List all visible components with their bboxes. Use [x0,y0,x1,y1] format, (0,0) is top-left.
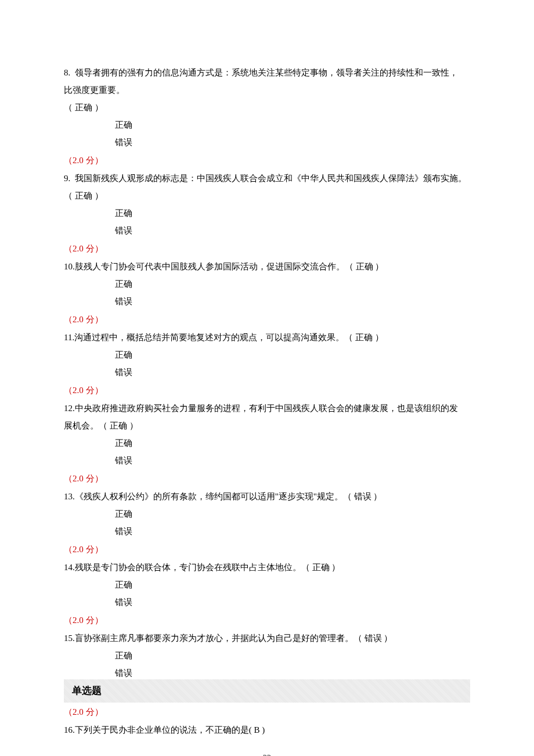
question-9: 9. 我国新残疾人观形成的标志是：中国残疾人联合会成立和《中华人民共和国残疾人保… [64,170,470,257]
points: （2.0 分） [64,470,470,487]
question-11: 11.沟通过程中，概括总结并简要地复述对方的观点，可以提高沟通效果。（ 正确 ）… [64,329,470,399]
question-body: 沟通过程中，概括总结并简要地复述对方的观点，可以提高沟通效果。（ 正确 ） [74,333,384,342]
question-text: 11.沟通过程中，概括总结并简要地复述对方的观点，可以提高沟通效果。（ 正确 ） [64,329,470,346]
question-body: 我国新残疾人观形成的标志是：中国残疾人联合会成立和《中华人民共和国残疾人保障法》… [75,174,467,183]
question-number: 9. [64,174,70,183]
question-number: 8. [64,68,70,77]
points: （2.0 分） [64,152,470,169]
question-12: 12.中央政府推进政府购买社会力量服务的进程，有利于中国残疾人联合会的健康发展，… [64,399,470,487]
option-false: 错误 [64,363,470,381]
question-number: 13. [64,492,75,501]
question-number: 16. [64,725,75,735]
option-true: 正确 [64,275,470,293]
points: （2.0 分） [64,381,470,399]
question-body: 下列关于民办非企业单位的说法，不正确的是( B ) [75,725,265,735]
question-text: 8. 领导者拥有的强有力的信息沟通方式是：系统地关注某些特定事物，领导者关注的持… [64,64,470,81]
option-true: 正确 [64,576,470,593]
question-body: 盲协张副主席凡事都要亲力亲为才放心，并据此认为自己是好的管理者。（ 错误 ） [75,633,393,643]
page-number: 22 [64,750,470,756]
option-false: 错误 [64,523,470,540]
question-text: 10.肢残人专门协会可代表中国肢残人参加国际活动，促进国际交流合作。（ 正确 ） [64,258,470,275]
question-text: 16.下列关于民办非企业单位的说法，不正确的是( B ) [64,721,470,739]
option-false: 错误 [64,134,470,151]
question-10: 10.肢残人专门协会可代表中国肢残人参加国际活动，促进国际交流合作。（ 正确 ）… [64,258,470,328]
question-body: 领导者拥有的强有力的信息沟通方式是：系统地关注某些特定事物，领导者关注的持续性和… [75,68,458,77]
question-16: （2.0 分） 16.下列关于民办非企业单位的说法，不正确的是( B ) [64,703,470,739]
question-number: 14. [64,563,75,572]
question-13: 13.《残疾人权利公约》的所有条款，缔约国都可以适用"逐步实现"规定。（ 错误 … [64,488,470,558]
option-true: 正确 [64,116,470,134]
question-14: 14.残联是专门协会的联合体，专门协会在残联中占主体地位。（ 正确 ） 正确 错… [64,559,470,629]
option-false: 错误 [64,452,470,469]
question-number: 15. [64,633,75,643]
option-false: 错误 [64,222,470,239]
question-number: 12. [64,404,75,413]
question-body-line2: 比强度更重要。 [64,81,470,99]
question-body: 中央政府推进政府购买社会力量服务的进程，有利于中国残疾人联合会的健康发展，也是该… [75,404,458,413]
points: （2.0 分） [64,541,470,558]
option-false: 错误 [64,593,470,611]
question-15: 15.盲协张副主席凡事都要亲力亲为才放心，并据此认为自己是好的管理者。（ 错误 … [64,629,470,682]
question-text: 9. 我国新残疾人观形成的标志是：中国残疾人联合会成立和《中华人民共和国残疾人保… [64,170,470,187]
question-text: 13.《残疾人权利公约》的所有条款，缔约国都可以适用"逐步实现"规定。（ 错误 … [64,488,470,505]
question-number: 11. [64,333,74,342]
option-true: 正确 [64,647,470,664]
option-false: 错误 [64,293,470,310]
question-body: 残联是专门协会的联合体，专门协会在残联中占主体地位。（ 正确 ） [75,563,341,572]
question-body-line2: 展机会。（ 正确 ） [64,417,470,434]
question-number: 10. [64,262,75,271]
question-body: 《残疾人权利公约》的所有条款，缔约国都可以适用"逐步实现"规定。（ 错误 ） [75,492,383,501]
points: （2.0 分） [64,311,470,328]
answer-line: （ 正确 ） [64,187,470,204]
section-heading-single-choice: 单选题 [64,679,470,703]
points: （2.0 分） [64,703,470,721]
section-heading-text: 单选题 [72,685,102,696]
option-true: 正确 [64,434,470,452]
question-text: 12.中央政府推进政府购买社会力量服务的进程，有利于中国残疾人联合会的健康发展，… [64,399,470,417]
answer-line: （ 正确 ） [64,99,470,116]
points: （2.0 分） [64,240,470,257]
question-body: 肢残人专门协会可代表中国肢残人参加国际活动，促进国际交流合作。（ 正确 ） [75,262,384,271]
option-true: 正确 [64,505,470,523]
question-text: 14.残联是专门协会的联合体，专门协会在残联中占主体地位。（ 正确 ） [64,559,470,576]
option-true: 正确 [64,204,470,222]
question-8: 8. 领导者拥有的强有力的信息沟通方式是：系统地关注某些特定事物，领导者关注的持… [64,64,470,169]
question-text: 15.盲协张副主席凡事都要亲力亲为才放心，并据此认为自己是好的管理者。（ 错误 … [64,629,470,647]
option-true: 正确 [64,346,470,363]
points: （2.0 分） [64,611,470,629]
